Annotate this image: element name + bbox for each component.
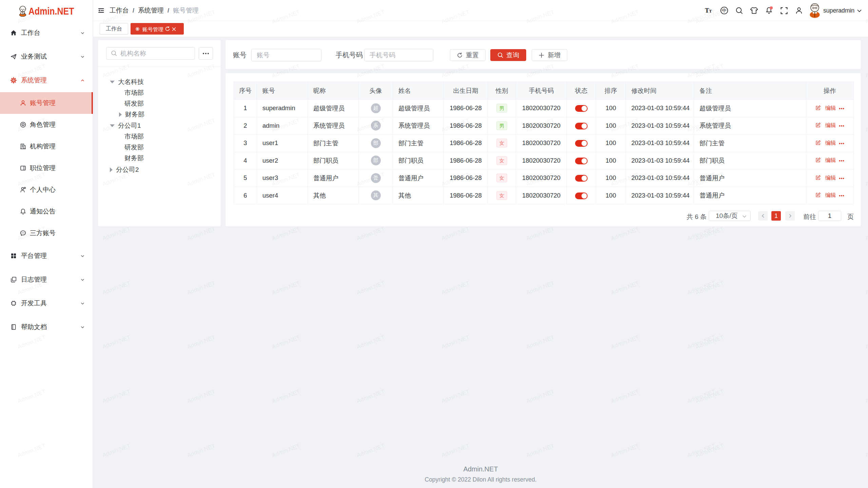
svg-text:T: T (705, 7, 709, 14)
svg-text:T: T (709, 8, 712, 14)
svg-text:中: 中 (722, 8, 727, 13)
